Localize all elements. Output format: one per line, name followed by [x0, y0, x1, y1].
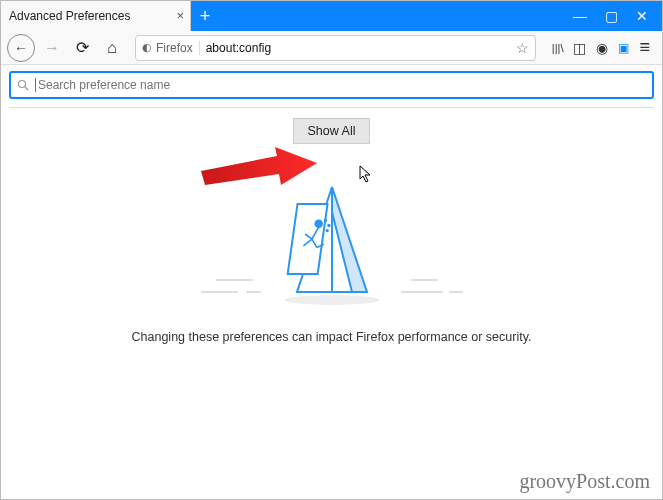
svg-point-8 — [284, 295, 380, 305]
tab-active[interactable]: Advanced Preferences × — [1, 1, 191, 31]
back-button[interactable]: ← — [7, 34, 35, 62]
bookmark-star-icon[interactable]: ☆ — [516, 40, 529, 56]
svg-point-18 — [324, 220, 326, 222]
identity-label: Firefox — [156, 41, 193, 55]
home-icon: ⌂ — [107, 39, 117, 57]
close-window-button[interactable]: ✕ — [636, 8, 648, 24]
warning-text: Changing these preferences can impact Fi… — [9, 330, 654, 344]
privacy-shield-icon[interactable]: ◉ — [596, 40, 608, 56]
minimize-button[interactable]: — — [573, 8, 587, 24]
titlebar: Advanced Preferences × + — ▢ ✕ — [1, 1, 662, 31]
maximize-button[interactable]: ▢ — [605, 8, 618, 24]
search-input[interactable] — [38, 78, 646, 92]
menu-icon[interactable]: ≡ — [639, 37, 650, 58]
svg-marker-9 — [332, 187, 367, 292]
window-controls: — ▢ ✕ — [573, 1, 662, 31]
arrow-right-icon: → — [44, 39, 60, 57]
plus-icon: + — [200, 6, 211, 27]
preference-search-box[interactable] — [9, 71, 654, 99]
nav-toolbar: ← → ⟳ ⌂ ◐ Firefox about:config ☆ |||\ ◫ … — [1, 31, 662, 65]
svg-point-19 — [328, 225, 330, 227]
svg-point-0 — [19, 81, 26, 88]
identity-box[interactable]: ◐ Firefox — [142, 41, 200, 55]
search-icon — [17, 79, 29, 91]
url-text: about:config — [206, 41, 271, 55]
svg-point-20 — [326, 230, 328, 232]
firefox-icon: ◐ — [142, 41, 152, 54]
url-bar[interactable]: ◐ Firefox about:config ☆ — [135, 35, 536, 61]
caution-sign-illustration — [182, 172, 482, 312]
svg-point-12 — [315, 220, 322, 227]
tab-title: Advanced Preferences — [9, 9, 130, 23]
svg-line-1 — [25, 87, 28, 90]
home-button[interactable]: ⌂ — [99, 35, 125, 61]
watermark: groovyPost.com — [519, 470, 650, 493]
toolbar-icons: |||\ ◫ ◉ ▣ ≡ — [546, 37, 656, 58]
show-all-button[interactable]: Show All — [293, 118, 371, 144]
show-all-label: Show All — [308, 124, 356, 138]
reload-icon: ⟳ — [76, 38, 89, 57]
close-icon[interactable]: × — [176, 8, 184, 23]
text-cursor — [35, 78, 36, 92]
arrow-left-icon: ← — [14, 40, 28, 56]
forward-button[interactable]: → — [39, 35, 65, 61]
screenshot-icon[interactable]: ▣ — [618, 41, 629, 55]
library-icon[interactable]: |||\ — [552, 42, 564, 54]
new-tab-button[interactable]: + — [191, 1, 219, 31]
reload-button[interactable]: ⟳ — [69, 35, 95, 61]
sidebar-icon[interactable]: ◫ — [573, 40, 586, 56]
page-content: Show All — [1, 65, 662, 499]
